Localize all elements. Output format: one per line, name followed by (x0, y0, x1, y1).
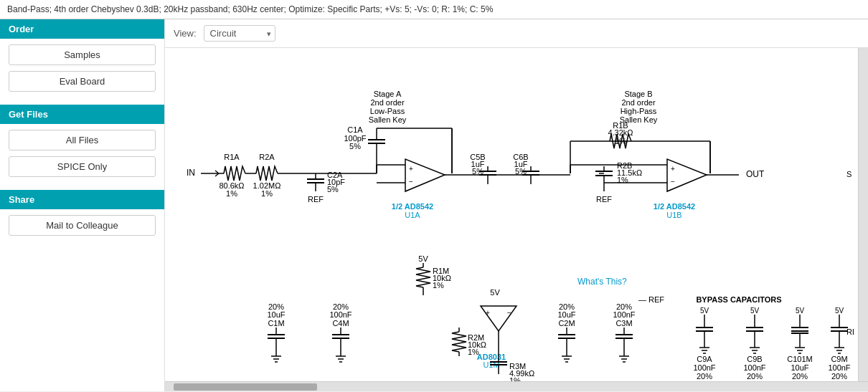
c1a-label: C1A (347, 125, 363, 134)
v5-label2: 5V (490, 288, 500, 297)
stage-b-line3: High-Pass (621, 107, 657, 115)
share-section-title: Share (0, 190, 164, 209)
u1a-minus: − (409, 178, 413, 186)
r2a-tol: 1% (261, 189, 273, 198)
c9a-val: 100nF (693, 363, 715, 372)
eval-board-button[interactable]: Eval Board (9, 71, 156, 92)
c2m-label: C2M (558, 319, 575, 328)
c5b-tol: 5% (472, 167, 483, 176)
ref-bottom: — REF (638, 295, 664, 304)
u1a-label: 1/2 AD8542 (392, 202, 433, 211)
view-select-wrapper[interactable]: Circuit Schematic BOM (204, 25, 275, 42)
r2m-tol: 1% (468, 348, 479, 356)
c4m-tol: 20% (333, 302, 349, 311)
view-label: View: (174, 28, 197, 39)
c3m-label: C3M (615, 319, 632, 328)
samples-button[interactable]: Samples (9, 44, 156, 65)
ref-label-1: REF (308, 195, 324, 204)
c3m-tol: 20% (616, 302, 632, 311)
c9m-val: 100nF (828, 363, 850, 372)
whats-this-link[interactable]: What's This? (577, 277, 627, 287)
c1a-tol: 5% (349, 142, 361, 150)
c101m-tol: 20% (792, 372, 808, 381)
circuit-area[interactable]: Stage A 2nd order Low-Pass Sallen Key St… (165, 48, 858, 381)
u1m-minus: − (507, 309, 511, 317)
r2a-label: R2A (259, 153, 275, 161)
r1b-val: 4.32kΩ (608, 128, 633, 137)
v5-c9b: 5V (750, 307, 760, 315)
u1b-label: 1/2 AD8542 (654, 202, 695, 211)
stage-a-line2: 2nd order (370, 98, 404, 107)
view-select[interactable]: Circuit Schematic BOM (204, 25, 275, 42)
stage-a-line3: Low-Pass (370, 107, 405, 115)
c101m-val: 10uF (791, 363, 808, 372)
r3m-tol: 1% (509, 376, 521, 381)
mail-to-colleague-button[interactable]: Mail to Colleague (9, 215, 156, 236)
r1b-tol: 1% (615, 137, 626, 145)
c3m-val: 100nF (613, 310, 635, 319)
c9b-val: 100nF (743, 363, 765, 372)
u1b-id: U1B (666, 211, 681, 219)
c1m-tol: 20% (268, 302, 284, 311)
circuit-wrapper: Stage A 2nd order Low-Pass Sallen Key St… (165, 48, 868, 381)
u1b-plus: + (671, 165, 675, 173)
r1m-tol: 1% (433, 281, 444, 290)
horizontal-scrollbar[interactable] (165, 381, 868, 391)
stage-b-line2: 2nd order (621, 98, 655, 107)
r1a-tol: 1% (226, 189, 237, 198)
main-content: View: Circuit Schematic BOM Stage A 2nd … (165, 19, 868, 391)
stage-a-label: Stage A (374, 90, 402, 98)
all-files-button[interactable]: All Files (9, 130, 156, 150)
u1a-symbol (405, 159, 445, 191)
stage-a-line4: Sallen Key (369, 115, 407, 124)
c9a-tol: 20% (697, 372, 712, 381)
c2a-tol: 5% (327, 185, 339, 193)
v5-c9m: 5V (835, 307, 844, 315)
c9a-label: C9A (697, 355, 712, 363)
c4m-val: 100nF (329, 310, 352, 319)
c101m-label: C101M (787, 355, 812, 363)
scrollbar-x-thumb[interactable] (174, 383, 317, 391)
c4m-label: C4M (332, 319, 349, 328)
re-label: RE (846, 328, 854, 336)
v5-c101m: 5V (796, 307, 805, 315)
c9b-label: C9B (747, 355, 762, 363)
ref-label-2: REF (596, 195, 612, 204)
c1m-val: 10uF (267, 310, 285, 319)
v5-label1: 5V (418, 254, 428, 263)
get-files-section-title: Get Files (0, 105, 164, 124)
r1a-label: R1A (224, 153, 240, 161)
c9m-label: C9M (831, 355, 847, 363)
c2m-val: 10uF (557, 310, 575, 319)
v5-c9a: 5V (700, 307, 709, 315)
s-label: S (846, 170, 852, 178)
stage-b-label: Stage B (624, 90, 652, 98)
sidebar: Order Samples Eval Board Get Files All F… (0, 19, 165, 391)
u1a-id: U1A (405, 211, 420, 219)
c9m-tol: 20% (831, 372, 847, 381)
c6b-tol: 5% (515, 167, 527, 176)
c2m-tol: 20% (559, 302, 575, 311)
spice-only-button[interactable]: SPICE Only (9, 156, 156, 177)
c9b-tol: 20% (747, 372, 763, 381)
top-bar-text: Band-Pass; 4th order Chebyshev 0.3dB; 20… (7, 4, 493, 14)
out-label: OUT (746, 169, 765, 179)
view-bar: View: Circuit Schematic BOM (165, 19, 868, 48)
vertical-scrollbar[interactable] (858, 48, 868, 381)
c1m-label: C1M (268, 319, 284, 328)
u1b-minus: − (671, 178, 675, 186)
bypass-label: BYPASS CAPACITORS (696, 295, 781, 304)
top-bar: Band-Pass; 4th order Chebyshev 0.3dB; 20… (0, 0, 868, 19)
order-section-title: Order (0, 19, 164, 39)
u1b-symbol (667, 159, 707, 191)
u1a-plus: + (409, 165, 413, 173)
u1m-plus: + (486, 309, 490, 317)
in-label: IN (187, 168, 195, 178)
